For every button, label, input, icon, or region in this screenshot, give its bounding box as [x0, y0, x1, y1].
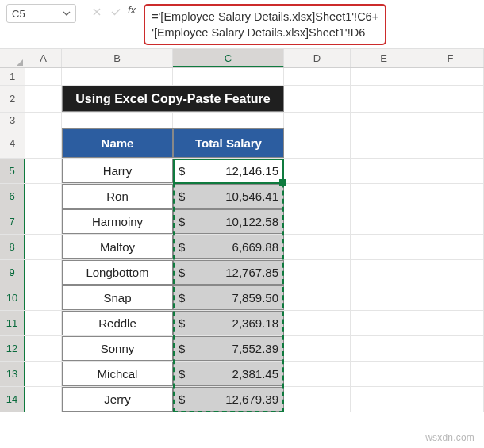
cell[interactable] [173, 68, 284, 85]
cell-name[interactable]: Michcal [62, 362, 173, 386]
cell-name[interactable]: Sonny [62, 336, 173, 361]
cell[interactable] [25, 128, 62, 158]
spreadsheet-grid[interactable]: 1 2 Using Excel Copy-Paste Feature 3 4 N… [0, 68, 484, 412]
cell[interactable] [62, 68, 173, 85]
col-header-b[interactable]: B [62, 49, 173, 67]
cell-name[interactable]: Harmoiny [62, 209, 173, 234]
row-header[interactable]: 11 [0, 311, 25, 335]
cell[interactable] [351, 68, 417, 85]
cell[interactable] [284, 311, 351, 335]
cell-salary[interactable]: $10,122.58 [173, 209, 284, 234]
col-header-f[interactable]: F [417, 49, 484, 67]
cell[interactable] [25, 86, 62, 112]
col-header-d[interactable]: D [284, 49, 351, 67]
cell[interactable] [351, 128, 417, 158]
row-header[interactable]: 8 [0, 235, 25, 259]
cell-name[interactable]: Jerry [62, 387, 173, 412]
name-box[interactable]: C5 [6, 4, 76, 23]
cell-name[interactable]: Reddle [62, 311, 173, 335]
cell[interactable] [25, 184, 62, 209]
row-header[interactable]: 10 [0, 285, 25, 310]
cell[interactable] [351, 209, 417, 234]
col-header-a[interactable]: A [25, 49, 62, 67]
cell[interactable] [351, 362, 417, 386]
cell[interactable] [62, 113, 173, 128]
row-header[interactable]: 6 [0, 184, 25, 209]
cell[interactable] [417, 68, 484, 85]
cell[interactable] [417, 311, 484, 335]
cell[interactable] [351, 311, 417, 335]
cell[interactable] [417, 86, 484, 112]
row-header[interactable]: 13 [0, 362, 25, 386]
cell[interactable] [284, 260, 351, 285]
formula-bar[interactable]: ='[Employee Salary Details.xlsx]Sheet1'!… [144, 4, 386, 45]
cell[interactable] [284, 113, 351, 128]
cell[interactable] [417, 235, 484, 259]
cell[interactable] [351, 113, 417, 128]
cell[interactable] [417, 260, 484, 285]
cell[interactable] [284, 336, 351, 361]
fx-icon[interactable]: fx [128, 4, 136, 16]
cell-name[interactable]: Longbottom [62, 260, 173, 285]
chevron-down-icon[interactable] [63, 10, 71, 17]
cell-name[interactable]: Harry [62, 159, 173, 183]
cell[interactable] [284, 128, 351, 158]
cell[interactable] [351, 86, 417, 112]
cell[interactable] [351, 336, 417, 361]
cell[interactable] [25, 362, 62, 386]
row-header[interactable]: 12 [0, 336, 25, 361]
row-header[interactable]: 14 [0, 387, 25, 412]
cell[interactable] [25, 159, 62, 183]
row-header[interactable]: 4 [0, 128, 25, 158]
cell[interactable] [284, 209, 351, 234]
cell-salary[interactable]: $7,552.39 [173, 336, 284, 361]
cell[interactable] [25, 260, 62, 285]
cell[interactable] [284, 159, 351, 183]
cell[interactable] [284, 235, 351, 259]
cell[interactable] [25, 311, 62, 335]
cell[interactable] [417, 128, 484, 158]
cell-salary[interactable]: $7,859.50 [173, 285, 284, 310]
row-header[interactable]: 3 [0, 113, 25, 128]
cell-salary[interactable]: $2,369.18 [173, 311, 284, 335]
table-header-salary[interactable]: Total Salary [173, 128, 284, 158]
cell[interactable] [351, 159, 417, 183]
cell[interactable] [417, 209, 484, 234]
cell-salary[interactable]: $10,546.41 [173, 184, 284, 209]
cell-salary[interactable]: $2,381.45 [173, 362, 284, 386]
cell-name[interactable]: Malfoy [62, 235, 173, 259]
cell[interactable] [25, 336, 62, 361]
cell[interactable] [25, 209, 62, 234]
cell[interactable] [417, 387, 484, 412]
cell[interactable] [351, 260, 417, 285]
cell-name[interactable]: Ron [62, 184, 173, 209]
cell[interactable] [284, 86, 351, 112]
row-header[interactable]: 2 [0, 86, 25, 112]
row-header[interactable]: 1 [0, 68, 25, 85]
cell[interactable] [25, 387, 62, 412]
cell-salary[interactable]: $6,669.88 [173, 235, 284, 259]
col-header-e[interactable]: E [351, 49, 417, 67]
cell[interactable] [25, 285, 62, 310]
select-all-triangle[interactable] [0, 49, 25, 67]
cell[interactable] [417, 362, 484, 386]
cell[interactable] [284, 362, 351, 386]
cell[interactable] [417, 184, 484, 209]
cell[interactable] [417, 336, 484, 361]
cell[interactable] [25, 113, 62, 128]
cell[interactable] [284, 285, 351, 310]
cell[interactable] [351, 184, 417, 209]
row-header[interactable]: 9 [0, 260, 25, 285]
cell[interactable] [351, 387, 417, 412]
cell-salary[interactable]: $12,146.15 [173, 159, 284, 183]
cell[interactable] [25, 235, 62, 259]
row-header[interactable]: 7 [0, 209, 25, 234]
row-header[interactable]: 5 [0, 159, 25, 183]
cell[interactable] [417, 159, 484, 183]
cell-salary[interactable]: $12,679.39 [173, 387, 284, 412]
cell[interactable] [417, 113, 484, 128]
cell[interactable] [284, 184, 351, 209]
cell[interactable] [351, 285, 417, 310]
cell[interactable] [417, 285, 484, 310]
cell[interactable] [25, 68, 62, 85]
